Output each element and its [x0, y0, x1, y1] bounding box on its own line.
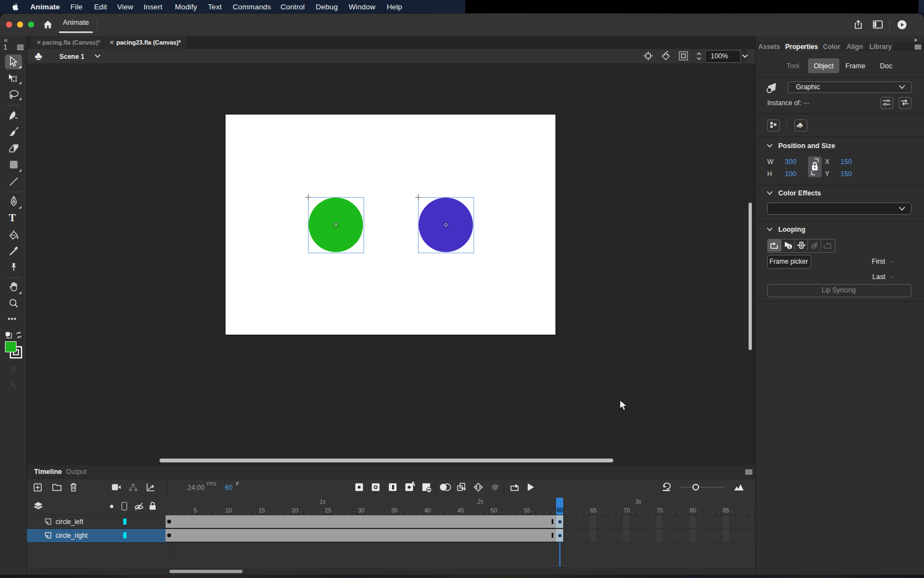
svg-text:1: 1 — [788, 244, 791, 249]
svg-text:A: A — [411, 481, 415, 487]
svg-text:1: 1 — [812, 244, 815, 249]
